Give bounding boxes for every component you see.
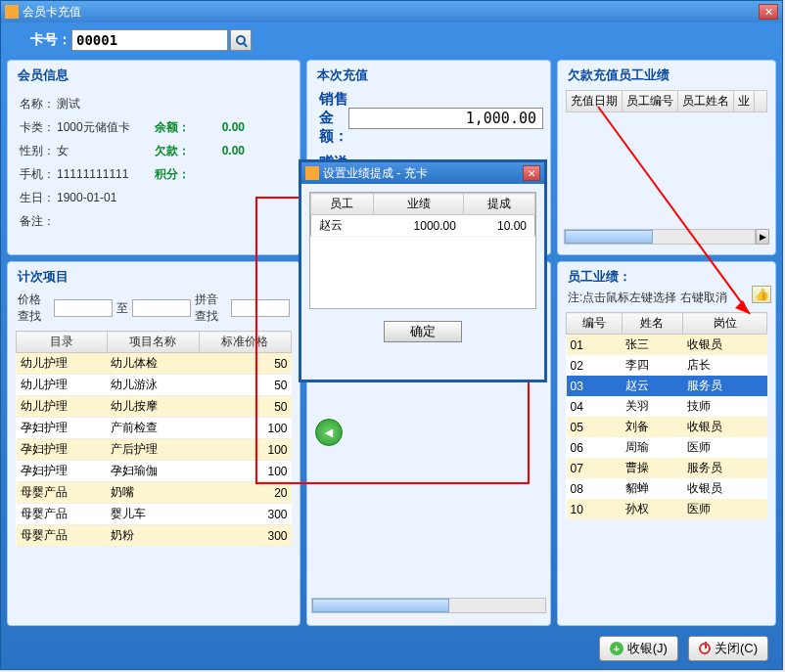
value-owe: 0.00 <box>198 139 245 162</box>
table-row[interactable]: 04关羽技师 <box>567 396 767 417</box>
owe-scrollbar[interactable] <box>564 229 756 245</box>
power-icon <box>699 643 711 654</box>
mid-scrollbar[interactable] <box>311 598 546 613</box>
label-sales: 销售金额： <box>319 90 348 146</box>
table-row[interactable]: 幼儿护理幼儿按摩50 <box>17 396 292 418</box>
table-row[interactable]: 幼儿护理幼儿体检50 <box>17 353 292 375</box>
window-title: 会员卡充值 <box>23 4 81 21</box>
close-label: 关闭(C) <box>715 640 758 657</box>
dialog-title: 设置业绩提成 - 充卡 <box>323 165 428 182</box>
table-row[interactable]: 孕妇护理产后护理100 <box>17 439 292 461</box>
table-row[interactable]: 05刘备收银员 <box>567 417 767 437</box>
table-row[interactable]: 母婴产品奶粉300 <box>17 525 292 547</box>
app-icon <box>5 5 19 19</box>
dialog-table[interactable]: 员工业绩提成 赵云1000.0010.00 <box>310 193 535 237</box>
table-row[interactable]: 孕妇护理产前检查100 <box>17 418 292 439</box>
label-name: 名称： <box>20 92 57 115</box>
label-balance: 余额： <box>155 115 198 139</box>
thumbs-button[interactable]: 👍 <box>752 286 771 303</box>
titlebar: 会员卡充值 ✕ <box>1 1 782 22</box>
ok-button[interactable]: 确定 <box>384 321 462 342</box>
search-button[interactable] <box>230 29 252 51</box>
member-info-panel: 会员信息 名称：测试 卡类：1000元储值卡 余额：0.00 性别：女 欠款：0… <box>7 60 300 255</box>
value-phone: 11111111111 <box>57 162 155 186</box>
count-items-title: 计次项目 <box>12 266 296 288</box>
label-phone: 手机： <box>20 162 57 186</box>
card-label: 卡号： <box>30 31 71 49</box>
label-to: 至 <box>116 300 128 317</box>
move-left-button[interactable]: ◄ <box>315 419 343 446</box>
checkout-button[interactable]: + 收银(J) <box>599 636 678 661</box>
sales-input[interactable] <box>348 108 543 129</box>
label-pinyin-search: 拼音查找 <box>195 291 227 325</box>
table-row[interactable]: 02李四店长 <box>567 355 767 376</box>
value-balance: 0.00 <box>198 115 245 139</box>
table-row[interactable]: 母婴产品奶嘴20 <box>17 482 292 504</box>
value-cardtype: 1000元储值卡 <box>57 115 155 139</box>
table-row[interactable]: 08貂蝉收银员 <box>567 478 767 499</box>
checkout-label: 收银(J) <box>627 640 668 657</box>
label-price-search: 价格查找 <box>18 291 50 325</box>
staff-perf-panel: 员工业绩： 注:点击鼠标左键选择 右键取消 👍 编号姓名岗位 01张三收银员02… <box>557 261 776 626</box>
owe-history-header: 充值日期员工编号员工姓名业 <box>566 90 767 112</box>
value-gender: 女 <box>57 139 155 162</box>
owe-history-title: 欠款充值员工业绩 <box>562 65 771 86</box>
table-row[interactable]: 孕妇护理孕妇瑜伽100 <box>17 461 292 482</box>
table-row[interactable]: 幼儿护理幼儿游泳50 <box>17 375 292 396</box>
label-points: 积分： <box>155 162 198 186</box>
label-owe: 欠款： <box>155 139 198 162</box>
label-birth: 生日： <box>20 186 57 209</box>
staff-note: 注:点击鼠标左键选择 右键取消 <box>562 288 771 308</box>
dialog-close-button[interactable]: ✕ <box>523 165 540 181</box>
table-row[interactable]: 03赵云服务员 <box>567 376 767 396</box>
price-to-input[interactable] <box>132 299 191 317</box>
value-birth: 1900-01-01 <box>57 186 155 209</box>
table-row[interactable]: 10孙权医师 <box>567 499 767 519</box>
table-row[interactable]: 06周瑜医师 <box>567 437 767 458</box>
table-row[interactable]: 01张三收银员 <box>567 335 767 356</box>
owe-history-panel: 欠款充值员工业绩 充值日期员工编号员工姓名业 ▶ <box>557 60 776 255</box>
plus-icon: + <box>610 642 623 655</box>
staff-perf-title: 员工业绩： <box>562 266 771 288</box>
member-info-title: 会员信息 <box>12 65 296 86</box>
count-items-table[interactable]: 目录项目名称标准价格 幼儿护理幼儿体检50幼儿护理幼儿游泳50幼儿护理幼儿按摩5… <box>16 331 292 547</box>
window-close-button[interactable]: ✕ <box>759 4 778 20</box>
staff-table[interactable]: 编号姓名岗位 01张三收银员02李四店长03赵云服务员04关羽技师05刘备收银员… <box>566 312 767 519</box>
label-remark: 备注： <box>20 209 57 233</box>
table-row[interactable]: 母婴产品婴儿车300 <box>17 504 292 525</box>
scroll-right-button[interactable]: ▶ <box>756 229 769 245</box>
label-gender: 性别： <box>20 139 57 162</box>
search-icon <box>236 35 246 45</box>
arrow-left-icon: ◄ <box>322 425 336 440</box>
value-name: 测试 <box>57 92 155 115</box>
table-row[interactable]: 07曹操服务员 <box>567 458 767 478</box>
pinyin-input[interactable] <box>231 299 290 317</box>
dialog-icon <box>305 166 319 180</box>
thumb-icon: 👍 <box>755 288 769 301</box>
close-button[interactable]: 关闭(C) <box>688 636 768 661</box>
count-items-panel: 计次项目 价格查找 至 拼音查找 目录项目名称标准价格 幼儿护理幼儿体检50幼儿… <box>7 261 300 626</box>
card-input[interactable] <box>71 29 228 51</box>
recharge-title: 本次充值 <box>311 65 546 86</box>
table-row[interactable]: 赵云1000.0010.00 <box>311 215 535 237</box>
commission-dialog: 设置业绩提成 - 充卡 ✕ 员工业绩提成 赵云1000.0010.00 确定 <box>299 159 547 382</box>
price-from-input[interactable] <box>54 299 113 317</box>
label-cardtype: 卡类： <box>20 115 57 139</box>
